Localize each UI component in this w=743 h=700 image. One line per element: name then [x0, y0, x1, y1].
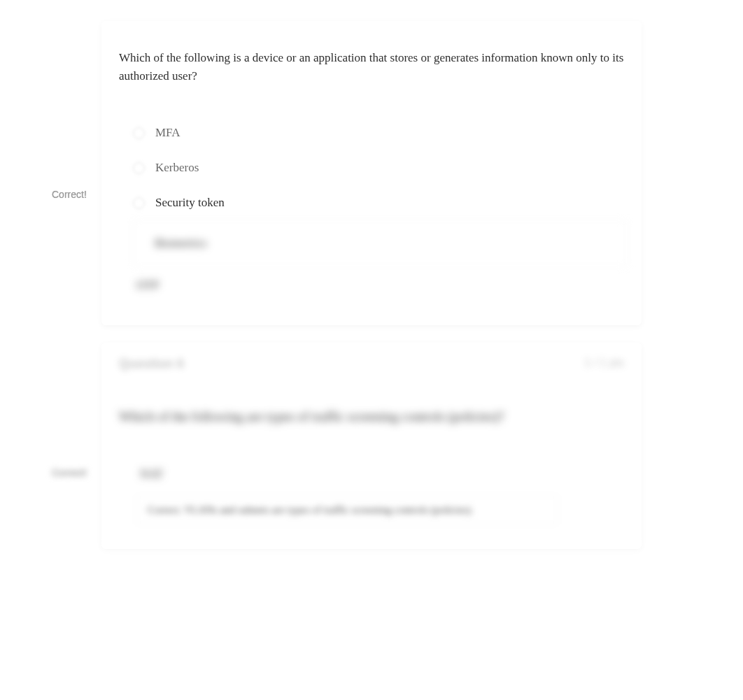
- feedback-correct-label: Correct!: [52, 189, 87, 200]
- answer-option-label: Security token: [155, 196, 225, 210]
- answer-explanation-text: Correct. VLANs and subnets are types of …: [148, 504, 473, 516]
- radio-icon: [133, 197, 145, 209]
- bottom-fade-overlay: [0, 525, 743, 700]
- answer-option-blurred: Biometrics: [133, 220, 628, 266]
- answer-option[interactable]: MFA: [133, 115, 628, 150]
- answer-option-blurred: NAT: [140, 467, 163, 481]
- question-prompt-blurred: Which of the following are types of traf…: [119, 408, 624, 427]
- answer-options: MFA Kerberos Security token: [133, 115, 628, 220]
- feedback-correct-label: Correct!: [52, 467, 87, 478]
- question-number-label: Question 6: [119, 357, 184, 371]
- answer-option-label: Biometrics: [155, 236, 207, 250]
- answer-option-label: OTP: [136, 278, 159, 292]
- question-points: 1 / 1 pts: [584, 357, 624, 369]
- question-card: Which of the following is a device or an…: [101, 21, 642, 325]
- answer-option[interactable]: Kerberos: [133, 150, 628, 185]
- question-header: Question 6 1 / 1 pts: [119, 357, 624, 378]
- answer-explanation-blurred: Correct. VLANs and subnets are types of …: [136, 495, 558, 524]
- question-prompt: Which of the following is a device or an…: [119, 49, 624, 85]
- answer-option[interactable]: Security token: [133, 185, 628, 220]
- answer-option-blurred: OTP: [136, 278, 159, 292]
- answer-option-label: MFA: [155, 126, 181, 140]
- question-card: Question 6 1 / 1 pts Which of the follow…: [101, 343, 642, 549]
- answer-option-label: Kerberos: [155, 161, 199, 175]
- answer-option-label: NAT: [140, 467, 163, 480]
- radio-icon: [133, 162, 145, 174]
- radio-icon: [133, 127, 145, 139]
